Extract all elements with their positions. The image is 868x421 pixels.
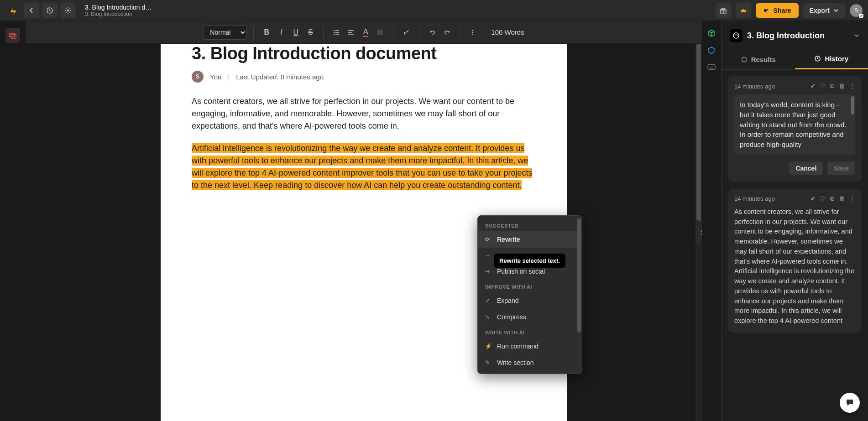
divider xyxy=(419,26,419,38)
ctx-write-section-label: Write section xyxy=(497,359,534,366)
bullet-list-button[interactable] xyxy=(330,26,343,39)
save-button[interactable]: Save xyxy=(827,161,855,175)
panel-collapse-handle[interactable] xyxy=(695,220,702,245)
app-logo[interactable] xyxy=(5,3,21,18)
share-arrow-icon: ↪ xyxy=(485,268,492,275)
copy-icon[interactable]: ⧉ xyxy=(830,83,834,90)
redo-button[interactable] xyxy=(440,26,453,39)
more-icon[interactable]: ⋮ xyxy=(849,195,855,203)
share-label: Share xyxy=(774,7,791,14)
text-color-button[interactable]: A xyxy=(359,26,372,39)
tab-history[interactable]: History xyxy=(795,49,868,69)
card-buttons: Cancel Save xyxy=(734,161,855,175)
strikethrough-button[interactable]: S xyxy=(304,26,317,39)
shield-icon[interactable] xyxy=(707,47,716,55)
page-title: 3. Blog Introduction document xyxy=(192,44,536,63)
more-button[interactable] xyxy=(466,26,479,39)
gift-icon[interactable] xyxy=(716,3,731,18)
italic-button[interactable]: I xyxy=(275,26,288,39)
user-avatar[interactable]: S w xyxy=(850,4,863,17)
svg-point-7 xyxy=(334,31,335,32)
scrollbar-thumb[interactable] xyxy=(696,44,701,244)
card-header: 14 minutes ago ✔ ♡ ⧉ 🗑 ⋮ xyxy=(734,83,855,90)
document-page[interactable]: 3. Blog Introduction document S You | La… xyxy=(161,44,567,421)
cancel-button[interactable]: Cancel xyxy=(789,161,823,175)
undo-button[interactable] xyxy=(426,26,439,39)
share-button[interactable]: Share xyxy=(756,3,799,18)
media-icon[interactable] xyxy=(5,28,20,43)
highlight-button[interactable] xyxy=(374,26,387,39)
author-avatar: S xyxy=(192,71,204,83)
export-button[interactable]: Export xyxy=(803,3,845,18)
cube-icon[interactable] xyxy=(707,29,716,37)
copy-icon[interactable]: ⧉ xyxy=(830,195,834,203)
more-icon[interactable]: ⋮ xyxy=(849,83,855,90)
divider xyxy=(253,26,254,38)
divider xyxy=(460,26,460,38)
compress-icon: ⤡ xyxy=(485,314,492,320)
check-icon[interactable]: ✔ xyxy=(810,195,816,203)
panel-title: 3. Blog Introduction xyxy=(747,31,849,41)
arrow-right-icon: → xyxy=(485,252,492,259)
trash-icon[interactable]: 🗑 xyxy=(839,83,845,90)
chat-bubble[interactable] xyxy=(840,393,860,413)
heart-icon[interactable]: ♡ xyxy=(820,195,826,203)
refresh-icon: ⟳ xyxy=(485,236,492,243)
ctx-expand[interactable]: ⤢Expand xyxy=(478,292,582,309)
chevron-down-icon xyxy=(833,8,839,13)
chevron-down-icon[interactable] xyxy=(853,32,860,39)
ctx-run-command-label: Run command xyxy=(497,343,539,350)
ctx-compress[interactable]: ⤡Compress xyxy=(478,309,582,325)
word-count: 100 Words xyxy=(491,28,524,36)
history-icon[interactable] xyxy=(42,3,58,18)
link-button[interactable] xyxy=(400,26,413,39)
last-updated: Last Updated: 0 minutes ago xyxy=(236,73,324,81)
tab-results-label: Results xyxy=(751,56,776,63)
svg-point-10 xyxy=(472,30,474,31)
ctx-write-section[interactable]: ✎Write section xyxy=(478,354,582,371)
paragraph-style-select[interactable]: Normal xyxy=(203,25,247,40)
svg-point-14 xyxy=(733,33,739,38)
expand-icon: ⤢ xyxy=(485,297,492,304)
ctx-section-improve: IMPROVE WITH AI xyxy=(478,280,582,292)
card-text: In today's world, content is king - but … xyxy=(734,94,855,155)
tab-results[interactable]: Results xyxy=(722,49,795,69)
doc-title[interactable]: 3. Blog Introduction d… xyxy=(85,4,152,11)
keyboard-icon[interactable] xyxy=(707,64,716,70)
context-scrollbar[interactable] xyxy=(577,218,581,333)
paragraph-1: As content creators, we all strive for p… xyxy=(192,95,536,132)
avatar-badge: w xyxy=(859,14,863,18)
left-rail xyxy=(0,21,26,421)
ctx-rewrite[interactable]: ⟳Rewrite xyxy=(478,231,582,248)
bold-button[interactable]: B xyxy=(260,26,273,39)
settings-icon[interactable] xyxy=(60,3,76,18)
ai-context-menu: SUGGESTED ⟳Rewrite → ↪Publish on social … xyxy=(477,215,582,374)
ctx-publish-label: Publish on social xyxy=(497,268,545,275)
avatar-letter: S xyxy=(854,7,858,14)
ctx-section-suggested: SUGGESTED xyxy=(478,218,582,231)
card-text: As content creators, we all strive for p… xyxy=(734,207,855,326)
doc-breadcrumb[interactable]: 3. Blog Introduction xyxy=(85,11,152,17)
heart-icon[interactable]: ♡ xyxy=(820,83,826,90)
underline-button[interactable]: U xyxy=(289,26,302,39)
selection-handle[interactable] xyxy=(500,162,504,166)
svg-point-11 xyxy=(472,31,474,33)
align-button[interactable] xyxy=(345,26,357,39)
bolt-icon: ⚡ xyxy=(485,343,492,349)
crown-icon[interactable] xyxy=(736,3,751,18)
export-label: Export xyxy=(810,7,830,14)
top-left: 3. Blog Introduction d… 3. Blog Introduc… xyxy=(5,3,152,18)
doc-title-area: 3. Blog Introduction d… 3. Blog Introduc… xyxy=(85,4,152,17)
back-button[interactable] xyxy=(24,3,39,18)
card-text-content: In today's world, content is king - but … xyxy=(740,101,846,148)
trash-icon[interactable]: 🗑 xyxy=(839,195,845,203)
card-actions: ✔ ♡ ⧉ 🗑 ⋮ xyxy=(810,83,855,90)
ctx-expand-label: Expand xyxy=(497,297,518,304)
svg-point-6 xyxy=(334,30,335,31)
card-timestamp: 14 minutes ago xyxy=(734,83,810,90)
sidebar-rail xyxy=(702,21,721,421)
svg-point-8 xyxy=(334,33,335,34)
ctx-run-command[interactable]: ⚡Run command xyxy=(478,338,582,354)
card-scrollbar[interactable] xyxy=(851,96,854,114)
check-icon[interactable]: ✔ xyxy=(810,83,816,90)
